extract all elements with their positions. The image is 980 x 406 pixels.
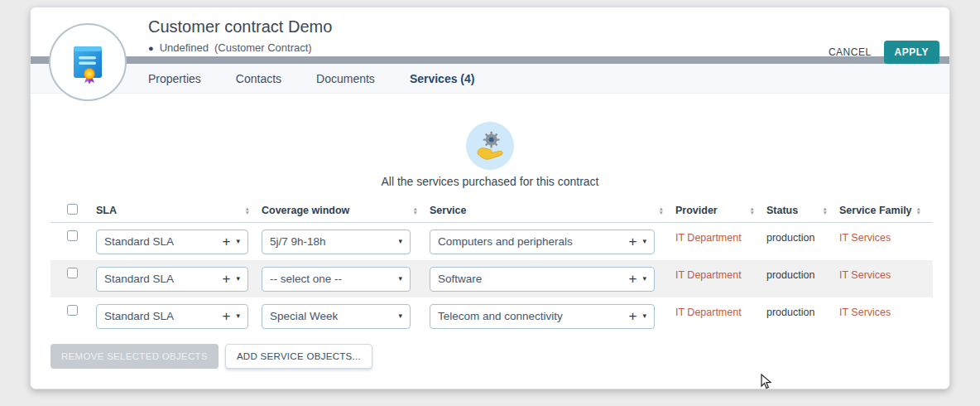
- column-header-sla[interactable]: SLA ▲▼: [96, 205, 262, 216]
- status-label: Undefined: [160, 41, 209, 54]
- sort-icon[interactable]: ▲▼: [413, 206, 418, 215]
- tab-documents[interactable]: Documents: [316, 72, 375, 85]
- column-header-status[interactable]: Status ▲▼: [766, 205, 839, 216]
- status-value: production: [766, 297, 839, 318]
- chevron-down-icon: ▾: [398, 275, 402, 283]
- status-value: production: [766, 260, 839, 281]
- chevron-down-icon: ▾: [642, 312, 646, 320]
- table-row: Standard SLA +▾ Special Week ▾ Telecom a…: [50, 297, 933, 335]
- add-new-icon: +: [223, 309, 231, 323]
- provider-link[interactable]: IT Department: [675, 297, 766, 318]
- chevron-down-icon: ▾: [236, 238, 240, 245]
- coverage-window-select[interactable]: -- select one -- ▾: [262, 267, 411, 292]
- service-family-link[interactable]: IT Services: [839, 223, 933, 244]
- table-row: Standard SLA +▾ 5j/7 9h-18h ▾ Computers …: [50, 223, 933, 260]
- status-dot-icon: ●: [148, 43, 154, 53]
- tab-contacts[interactable]: Contacts: [236, 72, 281, 85]
- sort-icon[interactable]: ▲▼: [750, 206, 755, 215]
- add-new-icon: +: [223, 234, 231, 249]
- services-panel-icon: [466, 122, 514, 170]
- contract-document-icon: [67, 40, 108, 85]
- select-all-checkbox[interactable]: [67, 204, 78, 215]
- service-select[interactable]: Computers and peripherals +▾: [430, 230, 655, 254]
- sort-icon[interactable]: ▲▼: [823, 206, 828, 215]
- services-description: All the services purchased for this cont…: [31, 175, 949, 188]
- sort-icon[interactable]: ▲▼: [659, 206, 664, 215]
- header-divider-bar: [31, 56, 949, 64]
- table-row: Standard SLA +▾ -- select one -- ▾ Softw…: [50, 260, 933, 297]
- add-service-objects-button[interactable]: ADD SERVICE OBJECTS...: [225, 344, 372, 369]
- row-checkbox[interactable]: [67, 230, 78, 241]
- page-title: Customer contract Demo: [148, 17, 332, 36]
- provider-link[interactable]: IT Department: [675, 260, 766, 281]
- add-new-icon: +: [629, 309, 637, 323]
- chevron-down-icon: ▾: [236, 312, 240, 320]
- chevron-down-icon: ▾: [398, 238, 402, 245]
- row-checkbox[interactable]: [67, 305, 78, 316]
- provider-link[interactable]: IT Department: [675, 223, 766, 244]
- sla-select[interactable]: Standard SLA +▾: [96, 267, 248, 292]
- object-subtitle: ● Undefined (Customer Contract): [148, 41, 312, 54]
- service-select[interactable]: Telecom and connectivity +▾: [430, 304, 655, 329]
- service-family-link[interactable]: IT Services: [839, 260, 933, 281]
- header-actions: CANCEL APPLY: [829, 41, 939, 64]
- service-family-link[interactable]: IT Services: [839, 297, 933, 318]
- coverage-window-select[interactable]: Special Week ▾: [262, 304, 411, 329]
- column-header-service-family[interactable]: Service Family ▲▼: [839, 205, 933, 216]
- add-new-icon: +: [629, 272, 637, 286]
- tab-bar: Properties Contacts Documents Services (…: [31, 64, 949, 94]
- sla-select[interactable]: Standard SLA +▾: [96, 304, 248, 329]
- tab-services[interactable]: Services (4): [410, 72, 475, 85]
- add-new-icon: +: [223, 272, 231, 286]
- mouse-cursor: [761, 374, 772, 390]
- status-value: production: [766, 223, 839, 244]
- tab-properties[interactable]: Properties: [148, 72, 201, 85]
- customer-contract-card: Customer contract Demo ● Undefined (Cust…: [30, 7, 950, 389]
- coverage-window-select[interactable]: 5j/7 9h-18h ▾: [262, 230, 411, 254]
- column-header-service[interactable]: Service ▲▼: [430, 205, 675, 216]
- chevron-down-icon: ▾: [236, 275, 240, 283]
- contract-class-avatar: [49, 23, 127, 101]
- column-header-coverage-window[interactable]: Coverage window ▲▼: [262, 205, 430, 216]
- remove-selected-objects-button[interactable]: REMOVE SELECTED OBJECTS: [50, 344, 219, 369]
- select-all-cell: [50, 203, 96, 218]
- sort-icon[interactable]: ▲▼: [245, 206, 250, 215]
- services-table: SLA ▲▼ Coverage window ▲▼ Service ▲▼ Pro…: [50, 198, 933, 335]
- service-select[interactable]: Software +▾: [430, 267, 655, 292]
- class-label: (Customer Contract): [214, 41, 312, 54]
- add-new-icon: +: [629, 234, 637, 249]
- sla-select[interactable]: Standard SLA +▾: [96, 230, 248, 254]
- apply-button[interactable]: APPLY: [884, 41, 939, 64]
- table-header-row: SLA ▲▼ Coverage window ▲▼ Service ▲▼ Pro…: [50, 198, 933, 223]
- cancel-button[interactable]: CANCEL: [829, 46, 872, 58]
- gear-in-hand-icon: [471, 127, 509, 165]
- chevron-down-icon: ▾: [398, 312, 402, 320]
- row-checkbox[interactable]: [67, 268, 78, 278]
- table-actions: REMOVE SELECTED OBJECTS ADD SERVICE OBJE…: [50, 344, 372, 369]
- column-header-provider[interactable]: Provider ▲▼: [675, 205, 766, 216]
- chevron-down-icon: ▾: [642, 275, 646, 283]
- chevron-down-icon: ▾: [642, 238, 646, 245]
- sort-icon[interactable]: ▲▼: [916, 206, 921, 215]
